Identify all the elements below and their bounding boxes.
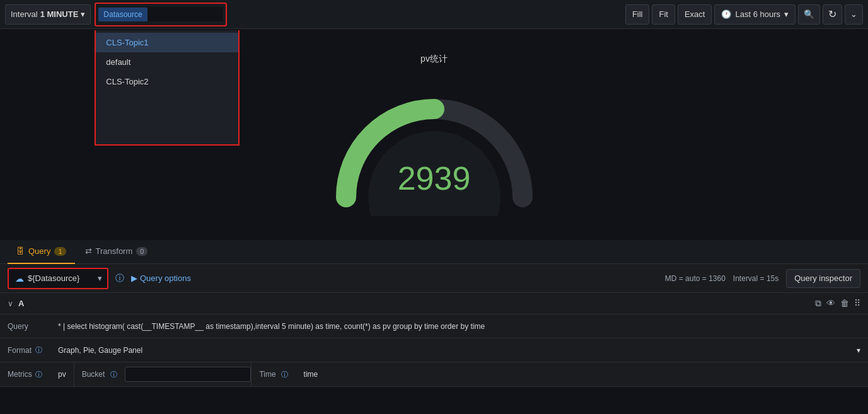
datasource-selector[interactable]: ☁ ${Datasource} ▾	[8, 268, 108, 289]
toolbar-left: Interval 1 MINUTE ▾ Datasource CLS-Topic…	[5, 3, 622, 26]
time-range-button[interactable]: 🕐 Last 6 hours ▾	[714, 4, 796, 25]
datasource-row: ☁ ${Datasource} ▾ ⓘ ▶ Query options MD =…	[0, 264, 868, 293]
datasource-dropdown-trigger[interactable]: Datasource CLS-Topic1 default CLS-Topic2	[95, 3, 226, 26]
more-options-button[interactable]: ⌄	[845, 4, 863, 25]
tab-query[interactable]: 🗄 Query 1	[8, 240, 75, 264]
interval-button[interactable]: Interval 1 MINUTE ▾	[5, 4, 91, 25]
format-chevron-icon: ▾	[857, 346, 860, 355]
metrics-info-icon[interactable]: ⓘ	[35, 368, 43, 381]
query-field-value: * | select histogram( cast(__TIMESTAMP__…	[50, 317, 868, 336]
format-label-text: Format	[8, 346, 32, 355]
transform-icon: ⇄	[85, 246, 92, 256]
datasource-chevron-icon: ▾	[98, 273, 102, 283]
datasource-option-default[interactable]: default	[96, 52, 238, 72]
zoom-icon: 🔍	[804, 9, 814, 19]
time-range-label: Last 6 hours	[735, 9, 780, 19]
query-tabs: 🗄 Query 1 ⇄ Transform 0	[0, 240, 868, 264]
metrics-value-text: pv	[58, 370, 66, 379]
metrics-fields: pv Bucket ⓘ Time ⓘ time	[50, 362, 868, 386]
datasource-selector-text: ${Datasource}	[28, 273, 79, 283]
tab-transform[interactable]: ⇄ Transform 0	[76, 240, 157, 264]
interval-chevron-icon: ▾	[81, 9, 85, 19]
delete-query-icon[interactable]: 🗑	[840, 298, 849, 309]
md-label: MD = auto = 1360	[665, 274, 726, 283]
datasource-right: MD = auto = 1360 Interval = 15s Query in…	[665, 269, 860, 288]
bucket-label-text: Bucket	[82, 370, 105, 379]
cloud-icon: ☁	[15, 273, 24, 284]
collapse-button[interactable]: ∨	[8, 299, 13, 308]
bucket-label: Bucket ⓘ	[74, 363, 125, 386]
metrics-label-text: Metrics	[8, 370, 32, 379]
chevron-down-icon: ⌄	[850, 9, 857, 19]
clock-icon: 🕐	[721, 9, 731, 19]
interval-label: Interval = 15s	[733, 274, 778, 283]
zoom-button[interactable]: 🔍	[798, 4, 820, 25]
format-field-row: Format ⓘ Graph, Pie, Gauge Panel ▾	[0, 338, 868, 362]
tab-query-label: Query	[28, 246, 50, 256]
bucket-input[interactable]	[125, 367, 251, 382]
query-header: ∨ A ⧉ 👁 🗑 ⠿	[0, 293, 868, 314]
interval-value: 1 MINUTE	[40, 9, 79, 19]
time-range-chevron-icon: ▾	[784, 9, 789, 19]
gauge-title: pv统计	[420, 54, 448, 65]
time-label-text: Time	[259, 370, 275, 379]
database-icon: 🗄	[16, 246, 25, 256]
chevron-right-icon: ▶	[131, 273, 137, 283]
copy-query-icon[interactable]: ⧉	[815, 298, 821, 309]
datasource-search-input[interactable]	[148, 7, 223, 21]
fit-button[interactable]: Fit	[652, 4, 674, 25]
metrics-row: Metrics ⓘ pv Bucket ⓘ Time ⓘ	[0, 362, 868, 387]
datasource-option-cls-topic2[interactable]: CLS-Topic2	[96, 72, 238, 91]
query-options-link[interactable]: ▶ Query options	[131, 273, 191, 283]
gauge-value: 2939	[398, 159, 471, 197]
tab-query-badge: 1	[54, 247, 66, 256]
query-options-label: Query options	[140, 273, 191, 283]
refresh-button[interactable]: ↻	[823, 4, 842, 25]
gauge-container: pv统计 2939	[327, 54, 541, 216]
query-field-row: Query * | select histogram( cast(__TIMES…	[0, 314, 868, 338]
format-value-text: Graph, Pie, Gauge Panel	[58, 346, 142, 355]
toggle-visibility-icon[interactable]: 👁	[826, 298, 835, 309]
exact-button[interactable]: Exact	[678, 4, 712, 25]
fill-button[interactable]: Fill	[625, 4, 650, 25]
format-info-icon[interactable]: ⓘ	[34, 344, 43, 357]
datasource-info-icon[interactable]: ⓘ	[113, 272, 126, 285]
format-field-label: Format ⓘ	[0, 339, 50, 362]
top-toolbar: Interval 1 MINUTE ▾ Datasource CLS-Topic…	[0, 0, 868, 29]
format-field-value[interactable]: Graph, Pie, Gauge Panel ▾	[50, 341, 868, 360]
time-value-field: time	[296, 365, 326, 384]
datasource-label: Datasource	[98, 8, 147, 21]
query-inspector-button[interactable]: Query inspector	[786, 269, 860, 288]
metrics-field-label: Metrics ⓘ	[0, 363, 50, 386]
datasource-dropdown-menu: CLS-Topic1 default CLS-Topic2	[95, 30, 240, 146]
datasource-option-cls-topic1[interactable]: CLS-Topic1	[96, 33, 238, 52]
tab-transform-badge: 0	[136, 247, 148, 256]
query-section: ∨ A ⧉ 👁 🗑 ⠿ Query * | select histogram( …	[0, 293, 868, 387]
time-sub-label: Time ⓘ	[252, 363, 296, 386]
drag-handle-icon[interactable]: ⠿	[854, 298, 860, 309]
query-value-text: * | select histogram( cast(__TIMESTAMP__…	[58, 322, 485, 331]
query-letter: A	[18, 299, 24, 308]
bucket-info-icon[interactable]: ⓘ	[107, 368, 120, 381]
tab-transform-label: Transform	[96, 246, 133, 256]
query-label-text: Query	[8, 322, 28, 331]
metrics-value-field: pv	[50, 365, 74, 384]
query-actions: ⧉ 👁 🗑 ⠿	[815, 298, 860, 309]
refresh-icon: ↻	[828, 8, 836, 20]
toolbar-right: Fill Fit Exact 🕐 Last 6 hours ▾ 🔍 ↻ ⌄	[625, 4, 863, 25]
query-field-label: Query	[0, 317, 50, 336]
time-value-text: time	[304, 370, 318, 379]
query-fields: Query * | select histogram( cast(__TIMES…	[0, 314, 868, 387]
interval-label: Interval	[11, 9, 38, 19]
time-info-icon[interactable]: ⓘ	[279, 368, 291, 381]
